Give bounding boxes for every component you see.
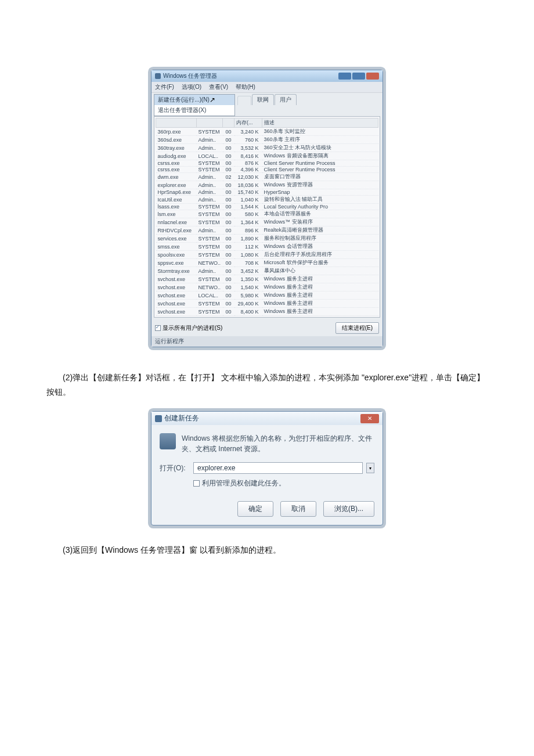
cell-desc: 服务和控制器应用程序 bbox=[262, 235, 378, 243]
tab-users[interactable]: 用户 bbox=[275, 94, 297, 105]
table-row[interactable]: Stormtray.exeAdmin..003,452 K暴风媒体中心 bbox=[156, 267, 378, 275]
cell-cpu: 02 bbox=[223, 173, 234, 181]
cell-name: svchost.exe bbox=[156, 308, 197, 316]
cell-mem: 15,740 K bbox=[234, 189, 262, 196]
maximize-button[interactable] bbox=[352, 73, 365, 80]
open-dropdown-button[interactable]: ▾ bbox=[366, 463, 374, 473]
cell-mem: 4,396 K bbox=[234, 167, 262, 173]
cell-name: csrss.exe bbox=[156, 160, 197, 167]
cell-desc: Windows 服务主进程 bbox=[262, 300, 378, 308]
paragraph-step-3: (3)返回到【Windows 任务管理器】窗 以看到新添加的进程。 bbox=[46, 543, 488, 557]
table-row[interactable]: 360tray.exeAdmin..003,532 K360安全卫士 木马防火墙… bbox=[156, 144, 378, 152]
table-row[interactable]: spoolsv.exeSYSTEM001,080 K后台处理程序子系统应用程序 bbox=[156, 251, 378, 259]
open-input[interactable]: explorer.exe bbox=[193, 462, 363, 474]
status-bar: 运行新程序 bbox=[151, 336, 383, 347]
process-table: 内存(... 描述 360rp.exeSYSTEM003,240 K360杀毒 … bbox=[156, 118, 378, 316]
menu-options[interactable]: 选项(O) bbox=[182, 84, 201, 90]
cell-name: svchost.exe bbox=[156, 275, 197, 283]
cancel-button[interactable]: 取消 bbox=[280, 501, 316, 517]
col-user[interactable] bbox=[197, 118, 223, 128]
admin-check-label: 利用管理员权创建此任务。 bbox=[202, 478, 286, 488]
table-row[interactable]: svchost.exeSYSTEM0029,400 KWindows 服务主进程 bbox=[156, 300, 378, 308]
cell-user: SYSTEM bbox=[197, 160, 223, 167]
cell-user: NETWO.. bbox=[197, 259, 223, 267]
dialog-icon bbox=[155, 415, 162, 422]
table-row[interactable]: audiodg.exeLOCAL..008,416 KWindows 音频设备图… bbox=[156, 152, 378, 160]
cell-mem: 3,452 K bbox=[234, 267, 262, 275]
cell-desc: Local Security Authority Pro bbox=[262, 204, 378, 210]
col-mem[interactable]: 内存(... bbox=[234, 118, 262, 128]
menu-help[interactable]: 帮助(H) bbox=[236, 84, 255, 90]
cell-desc: Client Server Runtime Process bbox=[262, 160, 378, 167]
show-all-users-check[interactable]: 显示所有用户的进程(S) bbox=[155, 324, 222, 332]
cell-cpu: 00 bbox=[223, 128, 234, 136]
table-row[interactable]: lsass.exeSYSTEM001,544 KLocal Security A… bbox=[156, 204, 378, 210]
admin-check-row[interactable]: 利用管理员权创建此任务。 bbox=[160, 478, 374, 488]
cell-cpu: 00 bbox=[223, 144, 234, 152]
table-row[interactable]: 360sd.exeAdmin..00760 K360杀毒 主程序 bbox=[156, 136, 378, 144]
minimize-button[interactable] bbox=[338, 73, 351, 80]
cell-mem: 1,350 K bbox=[234, 275, 262, 283]
menu-new-task[interactable]: 新建任务(运行...)(N) bbox=[154, 95, 234, 105]
table-row[interactable]: svchost.exeSYSTEM001,350 KWindows 服务主进程 bbox=[156, 275, 378, 283]
cell-mem: 896 K bbox=[234, 226, 262, 235]
col-cpu[interactable] bbox=[223, 118, 234, 128]
browse-button[interactable]: 浏览(B)... bbox=[323, 501, 374, 517]
table-row[interactable]: csrss.exeSYSTEM004,396 KClient Server Ru… bbox=[156, 167, 378, 173]
dialog-body: Windows 将根据您所输入的名称，为您打开相应的程序、文件夹、文档或 Int… bbox=[151, 425, 383, 496]
app-icon bbox=[155, 73, 161, 79]
table-row[interactable]: nnlacnel.exeSYSTEM001,364 KWindows™ 安装程序 bbox=[156, 218, 378, 226]
cell-user: SYSTEM bbox=[197, 210, 223, 218]
table-row[interactable]: 360rp.exeSYSTEM003,240 K360杀毒 实时监控 bbox=[156, 128, 378, 136]
dialog-message-row: Windows 将根据您所输入的名称，为您打开相应的程序、文件夹、文档或 Int… bbox=[160, 433, 374, 454]
cell-cpu: 00 bbox=[223, 308, 234, 316]
cell-name: csrss.exe bbox=[156, 167, 197, 173]
cell-user: SYSTEM bbox=[197, 128, 223, 136]
table-row[interactable]: svchost.exeNETWO..001,540 KWindows 服务主进程 bbox=[156, 283, 378, 291]
cell-name: audiodg.exe bbox=[156, 152, 197, 160]
task-manager-window: Windows 任务管理器 文件(F) 选项(O) 查看(V) 帮助(H) 新建… bbox=[151, 70, 383, 347]
cell-user: Admin.. bbox=[197, 136, 223, 144]
table-row[interactable]: lsm.exeSYSTEM00580 K本地会话管理器服务 bbox=[156, 210, 378, 218]
table-row[interactable]: explorer.exeAdmin..0018,036 KWindows 资源管… bbox=[156, 181, 378, 189]
menu-file[interactable]: 文件(F) bbox=[155, 84, 174, 90]
table-row[interactable]: csrss.exeSYSTEM00876 KClient Server Runt… bbox=[156, 160, 378, 167]
cell-desc: 旋转和音输入法 辅助工具 bbox=[262, 196, 378, 204]
cell-user: SYSTEM bbox=[197, 308, 223, 316]
menu-view[interactable]: 查看(V) bbox=[209, 84, 228, 90]
create-task-dialog: 创建新任务 ✕ Windows 将根据您所输入的名称，为您打开相应的程序、文件夹… bbox=[151, 411, 383, 525]
table-row[interactable]: IcaUtil.exeAdmin..001,040 K旋转和音输入法 辅助工具 bbox=[156, 196, 378, 204]
cell-desc: 360杀毒 主程序 bbox=[262, 136, 378, 144]
cell-cpu: 00 bbox=[223, 196, 234, 204]
table-row[interactable]: HprSnap6.exeAdmin..0015,740 KHyperSnap bbox=[156, 189, 378, 196]
cell-desc: Windows™ 安装程序 bbox=[262, 218, 378, 226]
cell-desc: 后台处理程序子系统应用程序 bbox=[262, 251, 378, 259]
cell-mem: 1,544 K bbox=[234, 204, 262, 210]
table-row[interactable]: dwm.exeAdmin..0212,030 K桌面窗口管理器 bbox=[156, 173, 378, 181]
end-process-button[interactable]: 结束进程(E) bbox=[335, 322, 379, 334]
cell-user: SYSTEM bbox=[197, 218, 223, 226]
cell-user: Admin.. bbox=[197, 189, 223, 196]
cell-desc: Windows 资源管理器 bbox=[262, 181, 378, 189]
cell-name: Stormtray.exe bbox=[156, 267, 197, 275]
tab-networking[interactable]: 联网 bbox=[252, 94, 274, 105]
close-button[interactable] bbox=[366, 73, 379, 80]
ok-button[interactable]: 确定 bbox=[237, 501, 273, 517]
cell-cpu: 00 bbox=[223, 167, 234, 173]
table-row[interactable]: sppsvc.exeNETWO..00708 KMicrosoft 软件保护平台… bbox=[156, 259, 378, 267]
cell-cpu: 00 bbox=[223, 189, 234, 196]
table-row[interactable]: svchost.exeLOCAL..005,980 KWindows 服务主进程 bbox=[156, 291, 378, 300]
menu-exit[interactable]: 退出任务管理器(X) bbox=[154, 105, 234, 116]
table-row[interactable]: smss.exeSYSTEM00112 KWindows 会话管理器 bbox=[156, 243, 378, 251]
table-row[interactable]: services.exeSYSTEM001,890 K服务和控制器应用程序 bbox=[156, 235, 378, 243]
col-name[interactable] bbox=[156, 118, 197, 128]
tab-hidden-1[interactable] bbox=[237, 96, 251, 105]
cell-user: SYSTEM bbox=[197, 204, 223, 210]
cell-user: Admin.. bbox=[197, 173, 223, 181]
dialog-button-row: 确定 取消 浏览(B)... bbox=[151, 496, 383, 525]
cell-mem: 8,416 K bbox=[234, 152, 262, 160]
dialog-close-button[interactable]: ✕ bbox=[360, 414, 379, 423]
table-row[interactable]: svchost.exeSYSTEM008,400 KWindows 服务主进程 bbox=[156, 308, 378, 316]
table-row[interactable]: RtHDVCpl.exeAdmin..00896 KRealtek高清晰音频管理… bbox=[156, 226, 378, 235]
col-desc[interactable]: 描述 bbox=[262, 118, 378, 128]
